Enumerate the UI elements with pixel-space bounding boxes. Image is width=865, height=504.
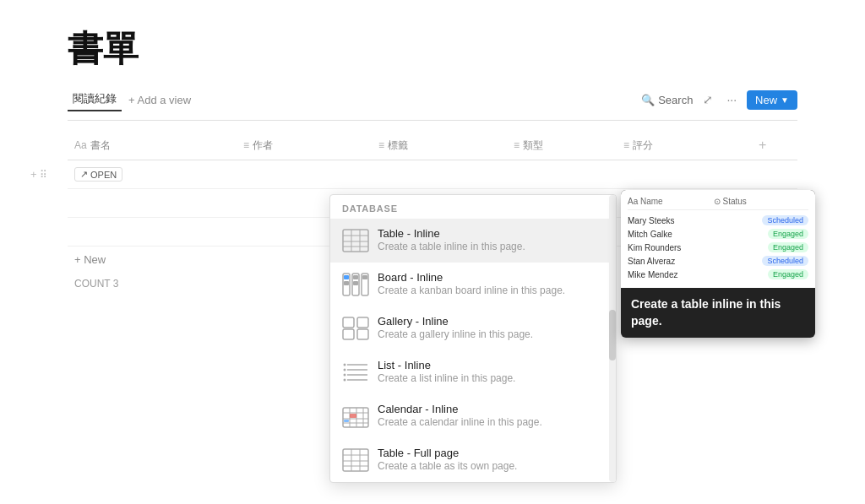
item-desc: Create a kanban board inline in this pag… <box>378 285 565 296</box>
preview-name-2: Mitch Galke <box>628 230 672 239</box>
column-label-rating: 評分 <box>633 138 653 153</box>
dropdown-item-gallery-inline[interactable]: Gallery - Inline Create a gallery inline… <box>330 306 616 350</box>
search-icon: 🔍 <box>641 94 655 106</box>
cell-rating-1[interactable] <box>617 171 752 178</box>
svg-rect-35 <box>343 449 368 471</box>
list-inline-icon <box>342 359 369 386</box>
tooltip-preview-header: Aa Name ⊙ Status <box>628 197 808 210</box>
tooltip-preview: Aa Name ⊙ Status Mary Steeks Scheduled M… <box>621 190 815 288</box>
svg-rect-14 <box>343 317 354 328</box>
row-drag-icon[interactable]: ⠿ <box>40 169 47 181</box>
svg-point-23 <box>344 369 346 371</box>
svg-point-22 <box>344 364 346 366</box>
column-header-rating[interactable]: ≡ 評分 <box>617 135 752 156</box>
more-options-icon[interactable]: ··· <box>723 91 740 108</box>
item-title: List - Inline <box>378 359 515 371</box>
preview-col-name: Aa Name <box>628 197 663 206</box>
column-label-type: 類型 <box>523 138 543 153</box>
open-arrow-icon: ↗ <box>80 169 88 180</box>
tooltip-preview-row: Mike Mendez Engaged <box>628 268 808 281</box>
scrollbar-track[interactable] <box>609 195 616 482</box>
item-desc: Create a list inline in this page. <box>378 372 515 384</box>
dropdown-item-text-calendar-inline: Calendar - Inline Create a calendar inli… <box>378 403 542 428</box>
svg-point-25 <box>344 379 346 382</box>
cell-title-3[interactable] <box>68 229 237 236</box>
preview-name-1: Mary Steeks <box>628 216 675 225</box>
cell-author-1[interactable] <box>237 171 372 178</box>
item-desc: Create a calendar inline in this page. <box>378 416 542 428</box>
status-badge: Scheduled <box>762 256 808 266</box>
caret-down-icon: ▼ <box>781 95 789 105</box>
status-badge: Engaged <box>768 269 808 279</box>
view-tab-reading[interactable]: 閱讀紀錄 <box>68 88 122 111</box>
svg-rect-17 <box>357 329 368 339</box>
gallery-inline-icon <box>342 315 369 342</box>
search-button[interactable]: 🔍 Search <box>641 94 693 106</box>
cell-title-1[interactable]: ↗ OPEN <box>68 164 237 185</box>
calendar-inline-icon <box>342 403 369 430</box>
svg-rect-0 <box>343 230 368 252</box>
dropdown-item-text-table-fullpage: Table - Full page Create a table as its … <box>378 447 517 472</box>
column-header-title[interactable]: Aa 書名 <box>68 135 237 156</box>
status-badge: Engaged <box>768 242 808 252</box>
list-icon-3: ≡ <box>514 139 520 151</box>
view-bar: 閱讀紀錄 + Add a view 🔍 Search ⤢ ··· New ▼ <box>68 88 797 121</box>
dropdown-section-label: DATABASE <box>330 195 616 219</box>
board-inline-icon <box>342 271 369 298</box>
tooltip-table-inline: Aa Name ⊙ Status Mary Steeks Scheduled M… <box>621 190 815 338</box>
database-type-dropdown: DATABASE Table - Inline Create a table i… <box>329 194 617 483</box>
dropdown-item-board-inline[interactable]: Board - Inline Create a kanban board inl… <box>330 263 616 306</box>
fullscreen-icon[interactable]: ⤢ <box>699 91 716 108</box>
svg-rect-16 <box>343 329 354 339</box>
add-column-button[interactable]: + <box>752 134 773 156</box>
tooltip-description: Create a table inline in this page. <box>621 288 815 338</box>
cell-type-1[interactable] <box>507 171 617 178</box>
item-desc: Create a gallery inline in this page. <box>378 328 533 340</box>
dropdown-item-text-board-inline: Board - Inline Create a kanban board inl… <box>378 271 565 296</box>
svg-rect-13 <box>353 281 358 285</box>
open-button[interactable]: ↗ OPEN <box>74 167 122 182</box>
tooltip-preview-row: Kim Rounders Engaged <box>628 241 808 254</box>
page-title: 書單 <box>68 25 797 73</box>
cell-tags-1[interactable] <box>372 171 507 178</box>
svg-rect-33 <box>350 414 356 418</box>
dropdown-item-table-inline[interactable]: Table - Inline Create a table inline in … <box>330 219 616 263</box>
item-desc: Create a table inline in this page. <box>378 241 525 252</box>
dropdown-item-text-table-inline: Table - Inline Create a table inline in … <box>378 227 525 252</box>
row-add-icon[interactable]: + <box>30 168 37 181</box>
column-header-type[interactable]: ≡ 類型 <box>507 135 617 156</box>
tooltip-preview-row: Mary Steeks Scheduled <box>628 214 808 227</box>
list-icon: ≡ <box>243 139 249 151</box>
new-button[interactable]: New ▼ <box>747 90 797 110</box>
preview-name-4: Stan Alveraz <box>628 257 675 266</box>
status-badge: Scheduled <box>762 215 808 225</box>
tooltip-preview-row: Mitch Galke Engaged <box>628 227 808 241</box>
svg-point-24 <box>344 374 346 377</box>
preview-name-3: Kim Rounders <box>628 243 681 252</box>
svg-rect-15 <box>357 317 368 328</box>
search-label: Search <box>658 94 693 106</box>
status-badge: Engaged <box>768 229 808 239</box>
dropdown-item-list-inline[interactable]: List - Inline Create a list inline in th… <box>330 350 616 394</box>
svg-rect-11 <box>362 275 367 279</box>
scrollbar-thumb[interactable] <box>609 310 616 360</box>
column-label-tags: 標籤 <box>388 138 408 153</box>
dropdown-item-text-list-inline: List - Inline Create a list inline in th… <box>378 359 515 384</box>
preview-name-5: Mike Mendez <box>628 270 677 279</box>
dropdown-item-calendar-inline[interactable]: Calendar - Inline Create a calendar inli… <box>330 394 616 438</box>
cell-title-2[interactable] <box>68 200 237 207</box>
column-header-author[interactable]: ≡ 作者 <box>237 135 372 156</box>
item-title: Table - Full page <box>378 447 517 459</box>
item-title: Calendar - Inline <box>378 403 542 415</box>
table-fullpage-icon <box>342 447 369 474</box>
column-header-tags[interactable]: ≡ 標籤 <box>372 135 507 156</box>
svg-rect-34 <box>344 420 349 422</box>
tooltip-preview-row: Stan Alveraz Scheduled <box>628 254 808 268</box>
item-title: Table - Inline <box>378 227 525 240</box>
add-view-button[interactable]: + Add a view <box>128 94 191 106</box>
table-inline-icon <box>342 227 369 254</box>
item-desc: Create a table as its own page. <box>378 460 517 472</box>
table-row: + ⠿ ↗ OPEN <box>68 160 797 189</box>
svg-rect-10 <box>353 275 358 279</box>
dropdown-item-table-fullpage[interactable]: Table - Full page Create a table as its … <box>330 438 616 482</box>
